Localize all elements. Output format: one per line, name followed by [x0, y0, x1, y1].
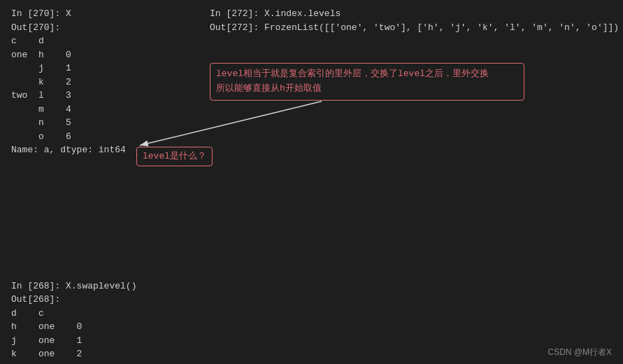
annotation-line2: 所以能够直接从h开始取值 [216, 82, 518, 96]
output-line-270-7: o 6 [11, 130, 612, 144]
output-272: Out[272]: FrozenList([['one', 'two'], ['… [210, 21, 619, 35]
output-line-270-5: m 4 [11, 103, 612, 117]
small-annotation-box: level是什么？ [136, 147, 213, 166]
output-line-268-2: j one 1 [11, 334, 612, 348]
small-annotation-text: level是什么？ [143, 151, 206, 161]
output-line-268-1: h one 0 [11, 320, 612, 334]
input-268: In [268]: X.swaplevel() [11, 279, 612, 293]
main-content: In [270]: X Out[270]: c d one h 0 j 1 k … [0, 0, 623, 364]
footer: CSDN @M行者X [547, 346, 612, 358]
footer-text: CSDN @M行者X [547, 347, 612, 357]
output-line-268-3: k one 2 [11, 347, 612, 361]
input-272: In [272]: X.index.levels [210, 7, 619, 21]
block-272: In [272]: X.index.levels Out[272]: Froze… [210, 7, 619, 34]
block-268: In [268]: X.swaplevel() Out[268]: d c h … [11, 279, 612, 365]
output-line-270-8: Name: a, dtype: int64 [11, 143, 612, 157]
output-line-268-4: l two 3 [11, 361, 612, 365]
output-line-268-0: d c [11, 307, 612, 321]
output-line-270-6: n 5 [11, 116, 612, 130]
output-line-270-1: one h 0 [11, 48, 612, 62]
main-annotation-box: level相当于就是复合索引的里外层，交换了level之后，里外交换 所以能够直… [210, 63, 524, 101]
annotation-line1: level相当于就是复合索引的里外层，交换了level之后，里外交换 [216, 67, 518, 82]
output-label-268: Out[268]: [11, 293, 612, 307]
output-line-270-0: c d [11, 34, 612, 48]
